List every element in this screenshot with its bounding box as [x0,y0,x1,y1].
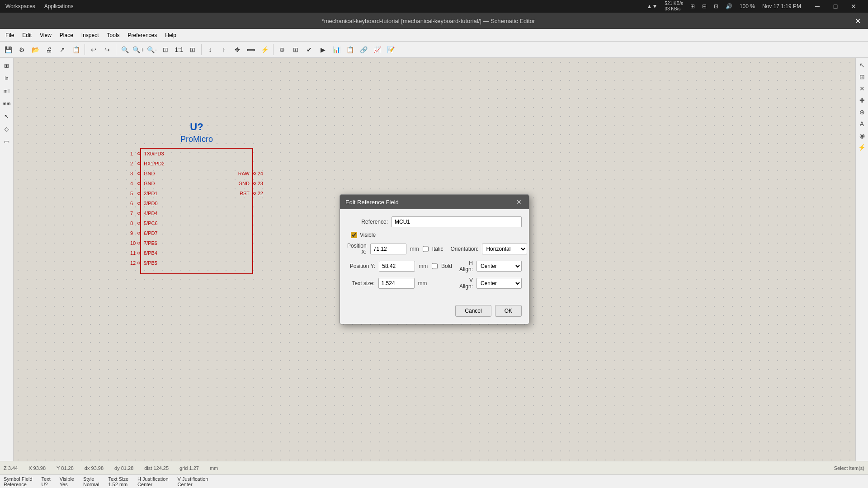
position-x-row: Position X: mm Italic Orientation: Horiz… [347,243,522,255]
symbol-field-label: Symbol Field Reference [4,476,33,487]
text-size-row: Text size: mm V Align: Center Top Bottom [347,277,522,290]
dialog-header: Edit Reference Field ✕ [340,195,529,209]
nav-button[interactable]: ↕ [204,43,217,56]
taskbar-icon2: ⊟ [702,3,707,9]
volume-icon: 🔊 [726,3,732,9]
visible-checkbox[interactable] [351,232,357,238]
select-tool[interactable]: ↖ [1,110,13,122]
reference-input[interactable] [392,216,522,227]
dialog-close-button[interactable]: ✕ [514,198,524,206]
v-align-select[interactable]: Center Top Bottom [476,278,522,289]
search-button[interactable]: 🔍 [118,43,131,56]
zoom-in-button[interactable]: 🔍+ [132,43,145,56]
status-bar: Symbol Field Reference Text U? Visible Y… [0,474,868,488]
v-just-status: V Justification Center [178,476,208,487]
script-button[interactable]: 📝 [384,43,397,56]
visible-status: Visible Yes [60,476,74,487]
undo-button[interactable]: ↩ [87,43,100,56]
zoom-reset-button[interactable]: 1:1 [173,43,185,56]
zoom-out-button[interactable]: 🔍- [146,43,158,56]
menu-view[interactable]: View [36,31,55,40]
text-size-label: Text size: [347,280,375,286]
speed-indicator: 521 KB/s33 KB/s [665,1,683,12]
dy-coord: dy 81.28 [114,465,133,471]
window-title: *mechanical-keyboard-tutorial [mechanica… [5,18,852,24]
reference-row: Reference: [347,216,522,227]
export-button[interactable]: ↗ [56,43,69,56]
menu-file[interactable]: File [2,31,18,40]
y-coord: Y 81.28 [57,465,74,471]
bold-checkbox[interactable] [432,263,438,269]
toolbar-separator-1 [85,44,85,55]
up-button[interactable]: ↑ [217,43,230,56]
table-button[interactable]: 📊 [330,43,343,56]
rs-connect-icon[interactable]: ⊕ [857,107,868,117]
h-align-select[interactable]: Center Left Right [476,261,522,272]
add-pwr-button[interactable]: ⊞ [289,43,302,56]
dialog-buttons: Cancel OK [340,301,529,324]
rs-place-icon[interactable]: ◉ [857,130,868,141]
settings-button[interactable]: ⚙ [15,43,28,56]
edit-reference-dialog: Edit Reference Field ✕ Reference: Visibl… [340,194,529,324]
grid-coord: grid 1.27 [179,465,199,471]
right-sidebar: ↖ ⊞ ✕ ✚ ⊕ A ◉ ⚡ [855,58,868,461]
rs-cross-icon[interactable]: ✕ [857,83,868,94]
italic-checkbox[interactable] [423,246,429,252]
grid-button[interactable]: ⊞ [1,60,13,71]
ok-button[interactable]: OK [495,305,522,317]
toolbar-separator-4 [273,44,274,55]
net-button[interactable]: ⚡ [258,43,271,56]
run-button[interactable]: ▶ [316,43,329,56]
redo-button[interactable]: ↪ [101,43,113,56]
orientation-select[interactable]: Horizontal Vertical [482,244,527,254]
rs-power-icon[interactable]: ⚡ [857,142,868,153]
unit-mil-button[interactable]: mil [1,85,13,97]
workspaces-label[interactable]: Workspaces [5,3,35,9]
menu-place[interactable]: Place [56,31,77,40]
zoom-fit-button[interactable]: ⊡ [159,43,172,56]
save-button[interactable]: 💾 [2,43,14,56]
copy-button[interactable]: 📋 [70,43,82,56]
flip-button[interactable]: ⟺ [245,43,257,56]
titlebar-close[interactable]: ✕ [852,17,863,25]
check-button[interactable]: ✔ [303,43,316,56]
datetime-label: Nov 17 1:19 PM [762,3,801,9]
applications-label[interactable]: Applications [44,3,74,9]
zoom-area-button[interactable]: ⊞ [186,43,199,56]
position-x-input[interactable] [370,244,406,254]
window-close-button[interactable]: ✕ [844,0,863,13]
unit-mm-button[interactable]: mm [1,98,13,109]
position-y-input[interactable] [379,261,415,272]
cancel-button[interactable]: Cancel [455,305,491,317]
text-size-input[interactable] [378,278,415,289]
print-button[interactable]: 🖨 [42,43,55,56]
menu-preferences[interactable]: Preferences [124,31,161,40]
netlist-button[interactable]: 🔗 [357,43,370,56]
menu-tools[interactable]: Tools [104,31,123,40]
rect-tool[interactable]: ▭ [1,136,13,147]
draw-tool[interactable]: ◇ [1,123,13,135]
open-button[interactable]: 📂 [29,43,42,56]
minimize-button[interactable]: ─ [808,0,826,13]
menu-help[interactable]: Help [161,31,180,40]
move-button[interactable]: ✥ [231,43,244,56]
maximize-button[interactable]: □ [826,0,844,13]
battery-label: 100 % [740,3,755,9]
add-sym-button[interactable]: ⊕ [276,43,288,56]
orientation-label: Orientation: [450,246,478,252]
position-y-row: Position Y: mm Bold H Align: Center Left… [347,260,522,272]
rs-text-icon[interactable]: A [857,118,868,129]
reference-label: Reference: [347,219,388,225]
rs-cursor-icon[interactable]: ↖ [857,60,868,70]
rs-snap-icon[interactable]: ✚ [857,95,868,106]
unit-in-button[interactable]: in [1,72,13,84]
sim-button[interactable]: 📈 [371,43,383,56]
text-size-status: Text Size 1.52 mm [108,476,128,487]
schematic-canvas[interactable]: U? ProMicro 1 TX0/PD3 2 RX1/PD2 [14,58,855,461]
network-indicator: ▲▼ [647,3,658,9]
rs-select-icon[interactable]: ⊞ [857,71,868,82]
menu-edit[interactable]: Edit [19,31,35,40]
menu-inspect[interactable]: Inspect [78,31,103,40]
toolbar-separator-3 [201,44,202,55]
bom-button[interactable]: 📋 [344,43,356,56]
